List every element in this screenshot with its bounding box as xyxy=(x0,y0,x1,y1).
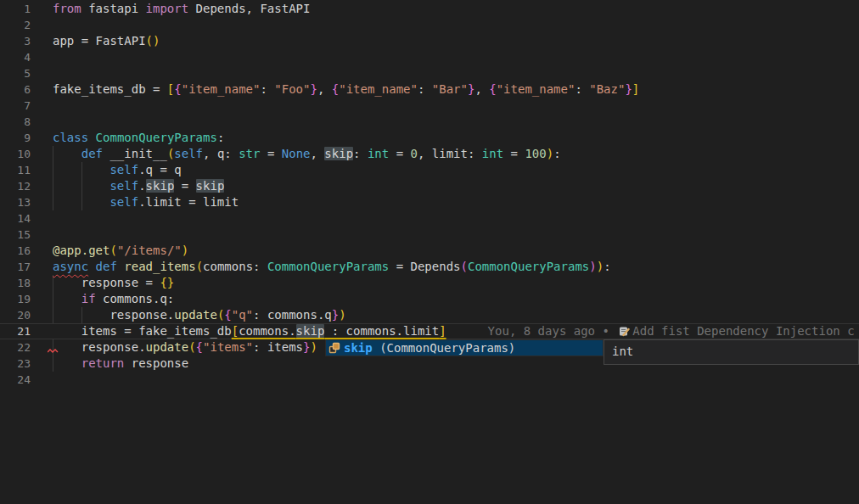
code-token: ) xyxy=(311,340,317,354)
code-token: } xyxy=(332,308,339,322)
code-token: , xyxy=(474,82,489,96)
code-token: ( xyxy=(109,244,116,257)
line-number[interactable]: 19 xyxy=(0,291,31,307)
code-text xyxy=(31,65,53,81)
line-number[interactable]: 4 xyxy=(0,49,31,65)
suggest-item-label[interactable]: skip xyxy=(344,340,373,356)
line-number[interactable]: 6 xyxy=(0,81,31,98)
code-text: self.q = q xyxy=(31,162,182,178)
line-number[interactable]: 3 xyxy=(0,33,31,49)
code-line[interactable]: 20 response.update({"q": commons.q}) xyxy=(0,307,859,323)
line-number[interactable]: 7 xyxy=(0,98,31,114)
line-number[interactable]: 11 xyxy=(0,162,31,178)
code-token: { xyxy=(174,82,181,96)
code-line[interactable]: 9class CommonQueryParams: xyxy=(0,130,859,146)
code-token: CommonQueryParams xyxy=(468,260,589,273)
code-token: } xyxy=(303,340,310,354)
line-number[interactable]: 2 xyxy=(0,17,31,33)
code-text: async def read_items(commons: CommonQuer… xyxy=(31,259,611,275)
code-token: : items xyxy=(253,340,303,354)
line-number[interactable]: 8 xyxy=(0,114,31,130)
code-token: response. xyxy=(53,340,146,354)
code-token: skip xyxy=(324,147,353,160)
code-token: "/items/" xyxy=(117,244,182,257)
code-line[interactable]: 13 self.limit = limit xyxy=(0,194,859,210)
line-number[interactable]: 22 xyxy=(0,339,31,356)
line-number[interactable]: 23 xyxy=(0,356,31,372)
code-token: ( xyxy=(196,260,203,273)
code-token xyxy=(53,356,81,370)
code-token: : xyxy=(353,147,368,160)
code-editor[interactable]: 1from fastapi import Depends, FastAPI23a… xyxy=(0,0,859,504)
line-number[interactable]: 16 xyxy=(0,243,31,259)
code-token: fastapi xyxy=(81,2,146,15)
code-line[interactable]: 8 xyxy=(0,114,859,130)
line-number[interactable]: 15 xyxy=(0,227,31,243)
line-number[interactable]: 17 xyxy=(0,259,31,275)
code-text: self.skip = skip xyxy=(31,178,224,194)
code-line[interactable]: 2 xyxy=(0,17,859,33)
code-token: self xyxy=(109,195,138,209)
code-line[interactable]: 11 self.q = q xyxy=(0,162,859,178)
code-token: = xyxy=(260,147,281,160)
code-token: ] xyxy=(439,324,446,338)
line-number[interactable]: 24 xyxy=(0,372,31,388)
code-text xyxy=(31,372,53,388)
code-text: app = FastAPI() xyxy=(31,33,160,49)
git-blame-annotation[interactable]: You, 8 days ago • Add fist Dependency In… xyxy=(488,324,855,338)
code-line[interactable]: 24 xyxy=(0,372,859,388)
code-token: { xyxy=(196,340,203,354)
code-token: skip xyxy=(146,179,175,193)
code-token: def xyxy=(96,260,117,273)
code-token: self xyxy=(109,179,138,193)
line-number[interactable]: 1 xyxy=(0,1,31,17)
code-token: response xyxy=(124,356,188,370)
line-number[interactable]: 9 xyxy=(0,130,31,146)
code-line[interactable]: 7 xyxy=(0,98,859,114)
code-token: commons.q: xyxy=(96,292,175,305)
code-line[interactable]: 3app = FastAPI() xyxy=(0,33,859,49)
line-number[interactable]: 12 xyxy=(0,178,31,194)
line-number[interactable]: 18 xyxy=(0,275,31,291)
code-token: "Bar" xyxy=(432,82,468,96)
code-token: def xyxy=(81,147,103,160)
code-line[interactable]: 10 def __init__(self, q: str = None, ski… xyxy=(0,146,859,162)
code-text: items = fake_items_db[commons.skip : com… xyxy=(31,323,855,339)
line-number[interactable]: 13 xyxy=(0,194,31,210)
line-number[interactable]: 14 xyxy=(0,210,31,227)
code-line[interactable]: 14 xyxy=(0,210,859,227)
code-token: () xyxy=(146,34,160,48)
code-line[interactable]: 5 xyxy=(0,65,859,81)
line-number[interactable]: 5 xyxy=(0,65,31,81)
code-token: CommonQueryParams xyxy=(267,260,389,273)
code-token: "Foo" xyxy=(274,82,310,96)
code-text xyxy=(31,98,53,114)
code-token: commons: xyxy=(203,260,267,273)
code-text: response.update({"q": commons.q}) xyxy=(31,307,346,323)
code-token: : xyxy=(575,82,589,96)
code-token: {} xyxy=(160,276,174,289)
code-line[interactable]: 1from fastapi import Depends, FastAPI xyxy=(0,1,859,17)
code-line[interactable]: 15 xyxy=(0,227,859,243)
code-token: , xyxy=(311,147,325,160)
code-token: = Depends xyxy=(389,260,460,273)
code-line-current[interactable]: 21 items = fake_items_db[commons.skip : … xyxy=(0,323,859,339)
code-line[interactable]: 19 if commons.q: xyxy=(0,291,859,307)
code-text xyxy=(31,114,53,130)
code-line[interactable]: 18 response = {} xyxy=(0,275,859,291)
line-number[interactable]: 10 xyxy=(0,146,31,162)
code-token: = xyxy=(174,179,195,193)
code-token: "item_name" xyxy=(497,82,575,96)
code-token xyxy=(53,147,81,160)
code-line[interactable]: 4 xyxy=(0,49,859,65)
code-token: : xyxy=(418,82,432,96)
code-line[interactable]: 12 self.skip = skip xyxy=(0,178,859,194)
suggest-widget: skip (CommonQueryParams) xyxy=(325,339,604,356)
code-line[interactable]: 17async def read_items(commons: CommonQu… xyxy=(0,259,859,275)
line-number[interactable]: 21 xyxy=(0,323,31,339)
code-token: { xyxy=(224,308,231,322)
code-line[interactable]: 6fake_items_db = [{"item_name": "Foo"}, … xyxy=(0,81,859,98)
code-line[interactable]: 16@app.get("/items/") xyxy=(0,243,859,259)
line-number[interactable]: 20 xyxy=(0,307,31,323)
code-token: [ xyxy=(232,324,239,338)
